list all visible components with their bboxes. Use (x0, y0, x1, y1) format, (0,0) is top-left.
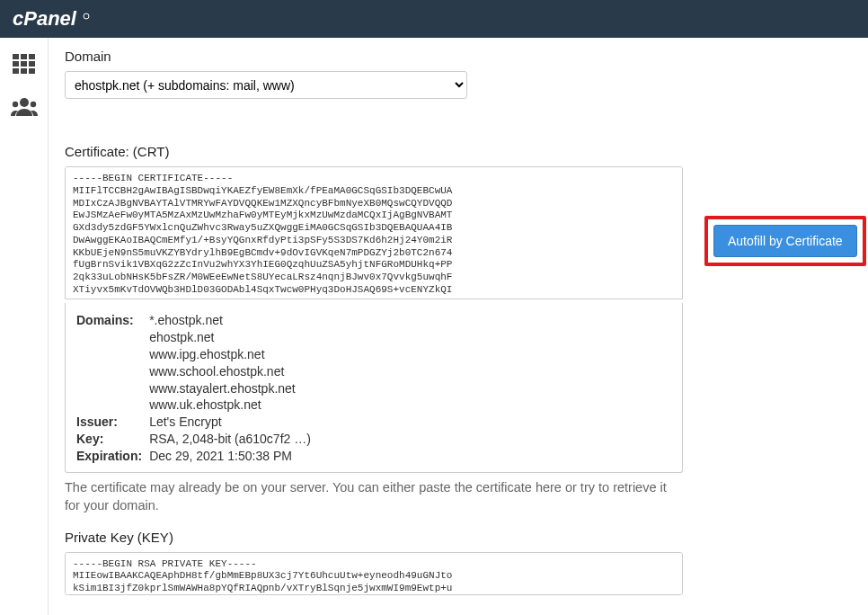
cpanel-logo[interactable]: cPanel (13, 6, 93, 31)
cert-domain-item: www.ipg.ehostpk.net (149, 346, 311, 363)
topbar: cPanel (0, 0, 868, 38)
autofill-by-certificate-button[interactable]: Autofill by Certificate (713, 225, 857, 257)
svg-rect-5 (13, 61, 19, 67)
certificate-textarea[interactable] (65, 166, 683, 299)
svg-rect-8 (13, 68, 19, 74)
cert-domain-list: *.ehostpk.net ehostpk.net www.ipg.ehostp… (149, 312, 311, 414)
cert-key-value: RSA, 2,048-bit (a610c7f2 …) (146, 431, 311, 448)
private-key-label: Private Key (KEY) (65, 530, 683, 545)
cert-domain-item: ehostpk.net (149, 329, 311, 346)
cert-domain-item: *.ehostpk.net (149, 312, 311, 329)
cert-expiration-label: Expiration: (76, 448, 146, 465)
sidebar (0, 38, 49, 615)
cert-key-label: Key: (76, 431, 146, 448)
svg-text:cPanel: cPanel (13, 8, 77, 30)
cert-domain-item: www.stayalert.ehostpk.net (149, 380, 311, 397)
domain-label: Domain (65, 49, 683, 64)
svg-rect-4 (29, 54, 35, 59)
domain-select[interactable]: ehostpk.net (+ subdomains: mail, www) (65, 71, 467, 99)
cert-expiration-value: Dec 29, 2021 1:50:38 PM (146, 448, 311, 465)
certificate-details: Domains: *.ehostpk.net ehostpk.net www.i… (65, 303, 683, 473)
cert-issuer-label: Issuer: (76, 414, 146, 431)
certificate-label: Certificate: (CRT) (65, 144, 683, 159)
grid-icon[interactable] (8, 50, 40, 77)
svg-rect-9 (21, 68, 27, 74)
svg-point-11 (20, 98, 29, 107)
cert-issuer-value: Let's Encrypt (146, 414, 311, 431)
svg-rect-10 (29, 68, 35, 74)
svg-rect-6 (21, 61, 27, 67)
svg-rect-2 (13, 54, 19, 59)
users-icon[interactable] (8, 94, 40, 120)
svg-point-1 (84, 13, 89, 19)
certificate-hint: The certificate may already be on your s… (65, 478, 683, 515)
cert-domains-label: Domains: (76, 312, 146, 414)
svg-rect-7 (29, 61, 35, 67)
svg-rect-3 (21, 54, 27, 59)
cert-domain-item: www.school.ehostpk.net (149, 363, 311, 380)
svg-point-12 (12, 102, 17, 107)
main-content: Domain ehostpk.net (+ subdomains: mail, … (49, 38, 868, 615)
cert-domain-item: www.uk.ehostpk.net (149, 397, 311, 414)
svg-point-13 (30, 102, 35, 107)
private-key-textarea[interactable] (65, 552, 683, 595)
autofill-highlight: Autofill by Certificate (704, 216, 866, 266)
